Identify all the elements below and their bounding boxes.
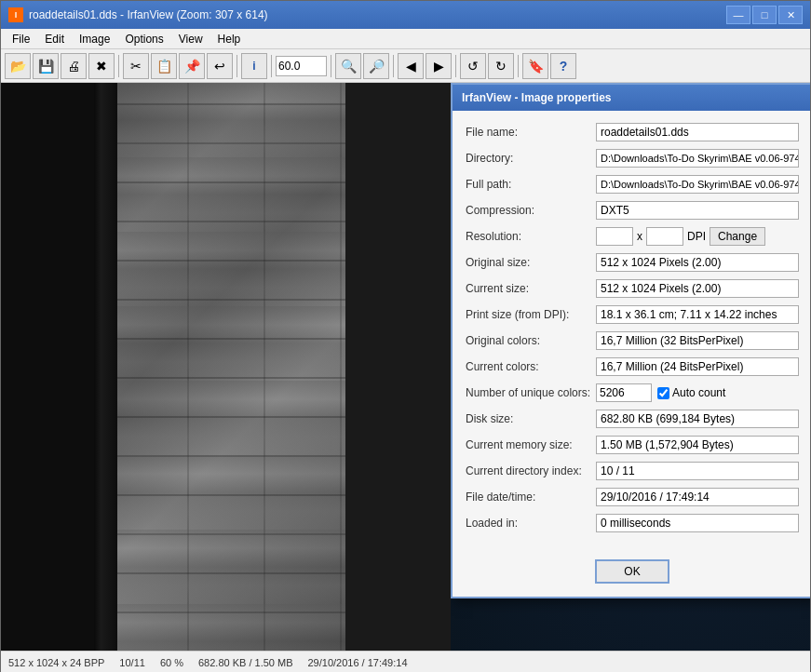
- toolbar-sep7: [518, 55, 519, 77]
- right-panel: IrfanView - Image properties File name: …: [451, 83, 810, 651]
- toolbar-rotate-right[interactable]: ↻: [488, 53, 514, 79]
- fullpath-label: Full path:: [466, 178, 596, 191]
- originalsize-value: 512 x 1024 Pixels (2.00): [596, 253, 799, 272]
- menu-help[interactable]: Help: [210, 31, 249, 47]
- app-icon: I: [8, 7, 23, 22]
- toolbar: 📂 💾 🖨 ✖ ✂ 📋 📌 ↩ i 🔍 🔎 ◀ ▶ ↺ ↻ 🔖 ?: [1, 49, 810, 83]
- toolbar-zoom-out[interactable]: 🔍: [335, 53, 361, 79]
- prop-row-directory: Directory: D:\Downloads\To-Do Skyrim\BAE…: [466, 148, 799, 168]
- prop-row-printsize: Print size (from DPI): 18.1 x 36.1 cm; 7…: [466, 304, 799, 325]
- prop-row-currentsize: Current size: 512 x 1024 Pixels (2.00): [466, 278, 799, 299]
- zoom-input[interactable]: [276, 56, 327, 76]
- filename-value: roaddetails01.dds: [596, 123, 799, 141]
- image-properties-dialog: IrfanView - Image properties File name: …: [451, 83, 810, 598]
- printsize-label: Print size (from DPI):: [466, 308, 596, 321]
- status-zoom: 60 %: [160, 657, 183, 668]
- menu-view[interactable]: View: [171, 31, 210, 47]
- toolbar-open[interactable]: 📂: [5, 53, 31, 79]
- dpi-y-input[interactable]: [646, 227, 683, 246]
- prop-row-originalsize: Original size: 512 x 1024 Pixels (2.00): [466, 252, 799, 273]
- prop-row-filename: File name: roaddetails01.dds: [466, 122, 799, 142]
- toolbar-save[interactable]: 💾: [33, 53, 59, 79]
- originalcolors-value: 16,7 Million (32 BitsPerPixel): [596, 331, 799, 350]
- toolbar-undo[interactable]: ↩: [207, 53, 233, 79]
- dpi-change-button[interactable]: Change: [710, 227, 765, 246]
- dialog-footer: OK: [453, 550, 810, 597]
- prop-row-memorysize: Current memory size: 1.50 MB (1,572,904 …: [466, 435, 799, 455]
- filename-label: File name:: [466, 126, 596, 139]
- toolbar-sep3: [271, 55, 272, 77]
- toolbar-sep4: [331, 55, 331, 77]
- currentsize-label: Current size:: [466, 282, 596, 295]
- toolbar-paste[interactable]: 📌: [179, 53, 205, 79]
- toolbar-prev[interactable]: ◀: [398, 53, 424, 79]
- prop-row-fullpath: Full path: D:\Downloads\To-Do Skyrim\BAE…: [466, 174, 799, 195]
- toolbar-zoom-in[interactable]: 🔎: [363, 53, 389, 79]
- compression-label: Compression:: [466, 204, 596, 217]
- loadedin-label: Loaded in:: [466, 517, 596, 530]
- status-filesize: 682.80 KB / 1.50 MB: [198, 657, 293, 668]
- toolbar-next[interactable]: ▶: [426, 53, 452, 79]
- image-view: [1, 83, 451, 651]
- disksize-value: 682.80 KB (699,184 Bytes): [596, 410, 799, 428]
- status-bar: 512 x 1024 x 24 BPP 10/11 60 % 682.80 KB…: [1, 651, 810, 672]
- toolbar-help[interactable]: ?: [550, 53, 576, 79]
- stone-overlay: [113, 83, 345, 651]
- currentcolors-value: 16,7 Million (24 BitsPerPixel): [596, 357, 799, 376]
- printsize-value: 18.1 x 36.1 cm; 7.11 x 14.22 inches: [596, 305, 799, 324]
- originalsize-label: Original size:: [466, 256, 596, 269]
- toolbar-rotate-left[interactable]: ↺: [460, 53, 486, 79]
- directory-label: Directory:: [466, 152, 596, 165]
- image-canvas: [1, 83, 451, 651]
- prop-row-filedatetime: File date/time: 29/10/2016 / 17:49:14: [466, 487, 799, 507]
- toolbar-print[interactable]: 🖨: [61, 53, 87, 79]
- prop-row-loadedin: Loaded in: 0 milliseconds: [466, 513, 799, 533]
- toolbar-delete[interactable]: ✖: [88, 53, 115, 79]
- currentsize-value: 512 x 1024 Pixels (2.00): [596, 279, 799, 298]
- prop-row-uniquecolors: Number of unique colors: Auto count: [466, 383, 799, 403]
- memorysize-value: 1.50 MB (1,572,904 Bytes): [596, 436, 799, 454]
- menu-image[interactable]: Image: [72, 31, 117, 47]
- close-button[interactable]: ✕: [778, 6, 803, 24]
- currentcolors-label: Current colors:: [466, 360, 596, 373]
- menu-options[interactable]: Options: [117, 31, 170, 47]
- auto-count-checkbox[interactable]: [657, 387, 669, 399]
- toolbar-info[interactable]: i: [241, 53, 267, 79]
- content-area: IrfanView - Image properties File name: …: [1, 83, 810, 651]
- filedatetime-value: 29/10/2016 / 17:49:14: [596, 488, 799, 506]
- status-datetime: 29/10/2016 / 17:49:14: [307, 657, 407, 668]
- toolbar-sep2: [237, 55, 237, 77]
- toolbar-bookmark[interactable]: 🔖: [522, 53, 548, 79]
- auto-count-label[interactable]: Auto count: [657, 386, 725, 399]
- compression-value: DXT5: [596, 201, 799, 220]
- prop-row-compression: Compression: DXT5: [466, 200, 799, 221]
- minimize-button[interactable]: —: [726, 6, 750, 24]
- dialog-content: File name: roaddetails01.dds Directory: …: [453, 111, 810, 550]
- toolbar-sep5: [393, 55, 394, 77]
- edge-dark: [94, 83, 117, 651]
- unique-colors-input[interactable]: [596, 383, 652, 402]
- memorysize-label: Current memory size:: [466, 438, 596, 451]
- ok-button[interactable]: OK: [595, 559, 669, 584]
- loadedin-value: 0 milliseconds: [596, 514, 799, 532]
- fullpath-value: D:\Downloads\To-Do Skyrim\BAE v0.06-974-…: [596, 175, 799, 194]
- window-title: roaddetails01.dds - IrfanView (Zoom: 307…: [29, 8, 268, 21]
- menu-edit[interactable]: Edit: [37, 31, 72, 47]
- prop-row-currentcolors: Current colors: 16,7 Million (24 BitsPer…: [466, 356, 799, 377]
- menu-bar: File Edit Image Options View Help: [1, 29, 810, 49]
- unique-colors-group: Auto count: [596, 383, 725, 402]
- menu-file[interactable]: File: [5, 31, 37, 47]
- dpi-x-label: x: [637, 230, 642, 243]
- dialog-title: IrfanView - Image properties: [453, 85, 810, 111]
- prop-row-dirindex: Current directory index: 10 / 11: [466, 461, 799, 481]
- uniquecolors-label: Number of unique colors:: [466, 386, 596, 399]
- title-bar: I roaddetails01.dds - IrfanView (Zoom: 3…: [1, 1, 810, 29]
- toolbar-sep6: [455, 55, 456, 77]
- dpi-x-input[interactable]: [596, 227, 633, 246]
- prop-row-originalcolors: Original colors: 16,7 Million (32 BitsPe…: [466, 330, 799, 351]
- status-index: 10/11: [119, 657, 145, 668]
- maximize-button[interactable]: □: [752, 6, 777, 24]
- filedatetime-label: File date/time:: [466, 491, 596, 504]
- toolbar-cut[interactable]: ✂: [123, 53, 149, 79]
- toolbar-copy[interactable]: 📋: [151, 53, 177, 79]
